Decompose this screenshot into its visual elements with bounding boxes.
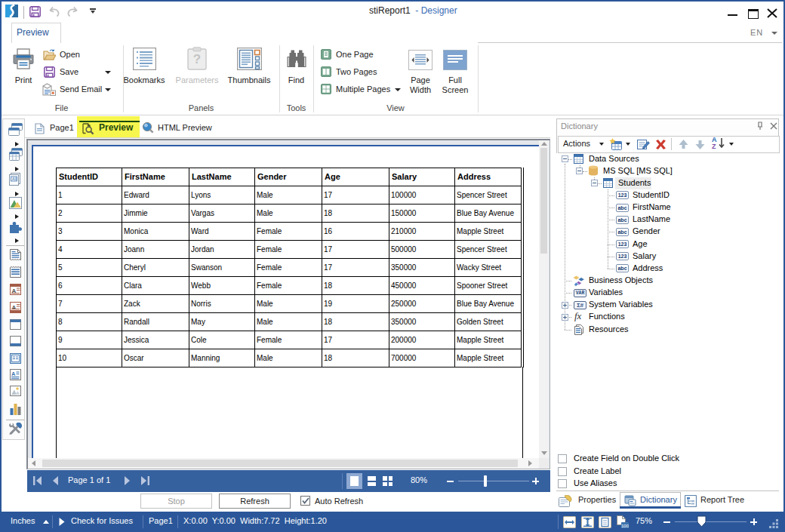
svg-text:?: ?	[193, 52, 201, 66]
svg-text:A: A	[12, 304, 17, 311]
svg-text:A: A	[12, 177, 15, 181]
svg-text:100: 100	[621, 524, 629, 528]
svg-text:A: A	[11, 371, 16, 377]
